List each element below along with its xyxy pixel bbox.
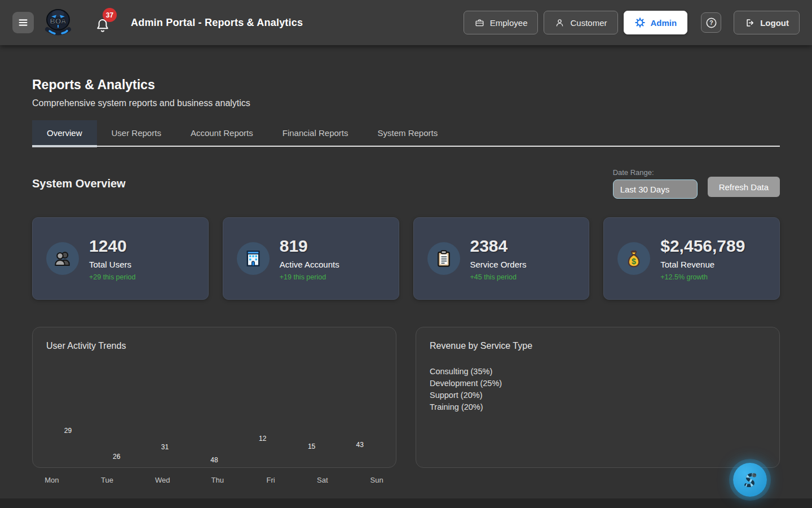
revenue-breakdown-item: Consulting (35%): [430, 366, 766, 378]
activity-value-label: 26: [113, 453, 120, 461]
person-icon: [554, 17, 565, 28]
activity-day-label: Tue: [101, 476, 113, 484]
revenue-chart-title: Revenue by Service Type: [430, 341, 766, 351]
snake-icon: [740, 470, 760, 490]
revenue-chart-card: Revenue by Service Type Consulting (35%)…: [416, 327, 780, 468]
nav-employee-label: Employee: [490, 18, 528, 28]
hamburger-icon: [17, 16, 29, 29]
stat-label: Total Revenue: [660, 260, 745, 269]
stat-card-total-revenue: $ $2,456,789 Total Revenue +12.5% growth: [603, 217, 780, 300]
building-icon: [237, 242, 270, 275]
money-bag-icon: $: [617, 242, 650, 275]
assistant-fab-button[interactable]: [733, 463, 767, 497]
tab-overview[interactable]: Overview: [32, 120, 97, 146]
section-title: System Overview: [32, 177, 126, 190]
date-range-select[interactable]: Last 30 Days: [613, 179, 698, 199]
notifications-button[interactable]: 37: [95, 11, 114, 34]
refresh-data-button[interactable]: Refresh Data: [708, 177, 780, 197]
revenue-breakdown-item: Training (20%): [430, 401, 766, 413]
nav-admin-button[interactable]: Admin: [624, 11, 688, 34]
main-content: Reports & Analytics Comprehensive system…: [0, 77, 812, 487]
app-title: Admin Portal - Reports & Analytics: [131, 17, 303, 29]
stat-value: 1240: [89, 237, 135, 256]
nav-admin-label: Admin: [651, 18, 677, 28]
header-actions: Employee Customer Admin: [464, 11, 800, 34]
help-button[interactable]: ?: [701, 12, 721, 33]
stat-delta: +45 this period: [470, 273, 527, 281]
nav-employee-button[interactable]: Employee: [464, 11, 539, 34]
gear-icon: [634, 17, 646, 28]
tab-financial-reports[interactable]: Financial Reports: [268, 120, 363, 146]
date-range-label: Date Range:: [613, 168, 698, 177]
logout-icon: [744, 17, 755, 28]
clipboard-icon: [427, 242, 460, 275]
tab-system-reports[interactable]: System Reports: [363, 120, 452, 146]
svg-text:?: ?: [709, 19, 713, 26]
stat-delta: +12.5% growth: [660, 273, 745, 281]
activity-chart-title: User Activity Trends: [46, 341, 382, 351]
activity-day-label: Mon: [45, 476, 59, 484]
charts-row: User Activity Trends 29263148121543 MonT…: [32, 327, 780, 487]
users-icon: [46, 242, 79, 275]
overview-controls: Date Range: Last 30 Days Refresh Data: [613, 168, 780, 199]
activity-chart-card: User Activity Trends 29263148121543: [32, 327, 396, 468]
activity-value-label: 48: [210, 456, 218, 464]
activity-day-label: Wed: [155, 476, 170, 484]
logout-button[interactable]: Logout: [734, 11, 800, 34]
revenue-breakdown-item: Support (20%): [430, 389, 766, 401]
tab-user-reports[interactable]: User Reports: [97, 120, 176, 146]
activity-value-label: 15: [308, 443, 315, 450]
revenue-breakdown-list: Consulting (35%)Development (25%)Support…: [430, 366, 766, 413]
stat-label: Total Users: [89, 260, 135, 269]
activity-value-label: 43: [356, 441, 364, 449]
cobra-logo-icon: BOA: [43, 6, 73, 37]
activity-chart-column: User Activity Trends 29263148121543 MonT…: [32, 327, 396, 487]
question-icon: ?: [705, 16, 718, 29]
nav-customer-button[interactable]: Customer: [544, 11, 617, 34]
activity-day-label: Sat: [317, 476, 328, 484]
app-header: BOA 37 Admin Portal - Reports & Analytic…: [0, 0, 812, 45]
activity-value-label: 29: [64, 427, 72, 435]
bottom-bar: [0, 498, 812, 508]
activity-day-label: Thu: [211, 476, 224, 484]
activity-day-label: Sun: [370, 476, 383, 484]
stat-value: $2,456,789: [660, 237, 745, 256]
page-subtitle: Comprehensive system reports and busines…: [32, 98, 780, 108]
stat-delta: +19 this period: [280, 273, 339, 281]
stat-value: 2384: [470, 237, 527, 256]
stat-label: Active Accounts: [280, 260, 339, 269]
stat-delta: +29 this period: [89, 273, 135, 281]
stat-cards: 1240 Total Users +29 this period 819: [32, 217, 780, 300]
notification-badge: 37: [103, 8, 117, 22]
svg-text:$: $: [632, 257, 636, 266]
overview-header-row: System Overview Date Range: Last 30 Days…: [32, 168, 780, 199]
stat-card-total-users: 1240 Total Users +29 this period: [32, 217, 209, 300]
stat-card-active-accounts: 819 Active Accounts +19 this period: [223, 217, 399, 300]
logout-label: Logout: [760, 18, 789, 28]
activity-day-label: Fri: [267, 476, 275, 484]
activity-value-label: 12: [259, 435, 266, 443]
page-title: Reports & Analytics: [32, 77, 780, 93]
activity-value-label: 31: [161, 443, 169, 451]
svg-text:BOA: BOA: [50, 17, 67, 25]
boa-logo: BOA: [43, 6, 73, 39]
activity-x-axis: MonTueWedThuFriSatSun: [32, 476, 396, 487]
stat-label: Service Orders: [470, 260, 527, 269]
revenue-breakdown-item: Development (25%): [430, 378, 766, 389]
menu-button[interactable]: [12, 12, 34, 33]
tab-account-reports[interactable]: Account Reports: [176, 120, 268, 146]
stat-card-service-orders: 2384 Service Orders +45 this period: [413, 217, 590, 300]
briefcase-icon: [474, 17, 485, 28]
report-tabs: Overview User Reports Account Reports Fi…: [32, 120, 780, 147]
nav-customer-label: Customer: [570, 18, 607, 28]
stat-value: 819: [280, 237, 339, 256]
